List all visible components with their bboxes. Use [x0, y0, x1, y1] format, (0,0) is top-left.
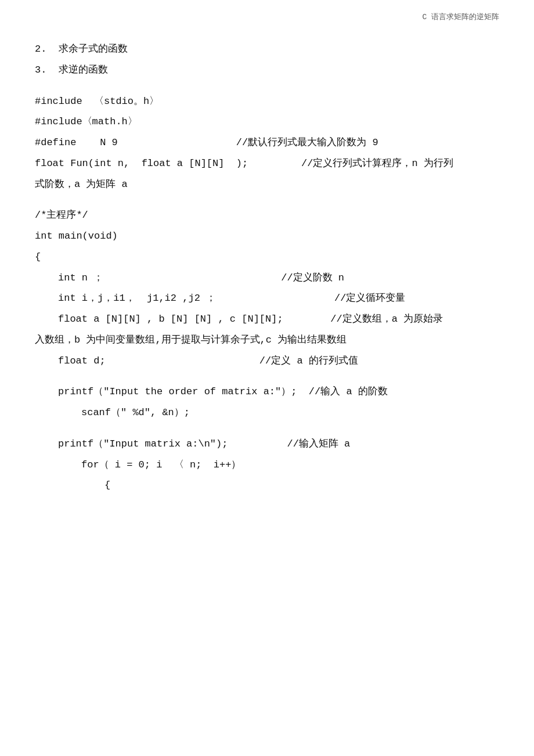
open-brace-main-text: { [35, 251, 41, 262]
include-math: #include〈math.h〉 [35, 113, 499, 131]
float-arrays-cont: 入数组，b 为中间变量数组,用于提取与计算余子式,c 为输出结果数组 [35, 332, 499, 349]
gap [35, 82, 499, 93]
open-brace-main: { [35, 249, 499, 266]
main-content: 2. 求余子式的函数 3. 求逆的函数 #include 〈stdio。h〉 #… [35, 41, 499, 494]
include-stdio-text: #include 〈stdio。h〉 [35, 96, 159, 107]
item2-text: 2. 求余子式的函数 [35, 44, 128, 55]
int-n-decl: int n ； //定义阶数 n [35, 269, 499, 287]
open-brace-for-text: { [104, 480, 110, 491]
page-title: C 语言求矩阵的逆矩阵 [422, 12, 499, 22]
float-arrays-cont-text: 入数组，b 为中间变量数组,用于提取与计算余子式,c 为输出结果数组 [35, 334, 347, 345]
float-d-decl: float d; //定义 a 的行列式值 [35, 352, 499, 370]
scanf-n-text: scanf（" %d", &n）; [81, 407, 190, 418]
item3-text: 3. 求逆的函数 [35, 64, 108, 75]
float-fun-decl: float Fun(int n, float a [N][N] ); //定义行… [35, 155, 499, 172]
printf-order: printf（"Input the order of matrix a:"）; … [35, 383, 499, 401]
include-math-text: #include〈math.h〉 [35, 116, 138, 127]
int-loop-vars: int i，j，i1， j1,i2 ,j2 ； //定义循环变量 [35, 290, 499, 307]
open-brace-for: { [35, 477, 499, 494]
gap [35, 425, 499, 435]
list-item: 3. 求逆的函数 [35, 62, 499, 79]
gap [35, 196, 499, 207]
float-fun-cont-text: 式阶数，a 为矩阵 a [35, 179, 128, 190]
int-n-text: int n ； //定义阶数 n [58, 272, 344, 283]
float-arrays-text: float a [N][N] , b [N] [N] , c [N][N]; /… [58, 314, 443, 325]
include-stdio: #include 〈stdio。h〉 [35, 93, 499, 110]
define-n: #define N 9 //默认行列式最大输入阶数为 9 [35, 134, 499, 152]
scanf-n: scanf（" %d", &n）; [35, 404, 499, 422]
gap [35, 373, 499, 383]
main-comment: /*主程序*/ [35, 207, 499, 224]
printf-matrix: printf（"Input matrix a:\n"); //输入矩阵 a [35, 435, 499, 453]
list-item: 2. 求余子式的函数 [35, 41, 499, 58]
float-fun-cont: 式阶数，a 为矩阵 a [35, 176, 499, 193]
main-signature: int main(void) [35, 228, 499, 245]
printf-matrix-text: printf（"Input matrix a:\n"); //输入矩阵 a [58, 438, 350, 449]
float-arrays-decl: float a [N][N] , b [N] [N] , c [N][N]; /… [35, 311, 499, 328]
float-d-text: float d; //定义 a 的行列式值 [58, 355, 358, 366]
main-signature-text: int main(void) [35, 231, 118, 242]
for-loop-text: for（ i = 0; i 〈 n; i++） [81, 459, 241, 470]
main-comment-text: /*主程序*/ [35, 210, 88, 221]
int-loop-vars-text: int i，j，i1， j1,i2 ,j2 ； //定义循环变量 [58, 293, 405, 304]
define-n-text: #define N 9 //默认行列式最大输入阶数为 9 [35, 137, 378, 148]
for-loop: for（ i = 0; i 〈 n; i++） [35, 456, 499, 474]
float-fun-text: float Fun(int n, float a [N][N] ); //定义行… [35, 158, 453, 169]
printf-order-text: printf（"Input the order of matrix a:"）; … [58, 386, 388, 397]
